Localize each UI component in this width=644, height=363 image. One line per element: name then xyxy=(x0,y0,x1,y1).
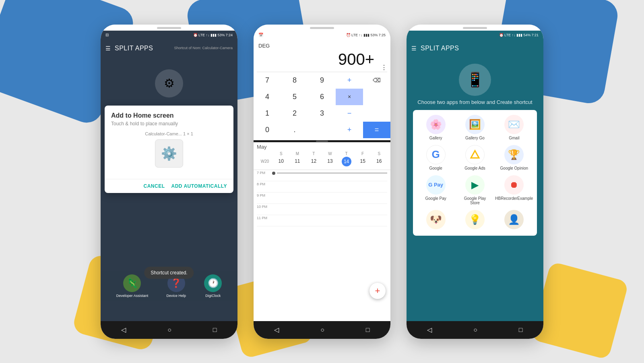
time-slot-11pm: 11 PM xyxy=(257,215,387,226)
calendar-day-t2: T xyxy=(338,151,355,156)
phone3-app-pet[interactable]: 🐶 xyxy=(422,210,450,231)
bulb-icon: 💡 xyxy=(465,210,485,229)
calc-btn-equals[interactable]: = xyxy=(363,122,390,138)
calendar-day-w: W xyxy=(322,151,339,156)
calc-btn-minus[interactable]: − xyxy=(336,105,363,122)
phone2-back-button[interactable]: ◁ xyxy=(268,324,285,335)
phone3-home-button[interactable]: ○ xyxy=(467,325,484,335)
calculator-more-button[interactable]: ⋮ xyxy=(381,64,387,71)
calc-btn-9[interactable]: 9 xyxy=(308,72,336,89)
calc-btn-multiply[interactable]: × xyxy=(336,89,363,105)
phone2-status-icons: ⏰ LTE ↑↓ ▮▮▮ 53% xyxy=(346,33,378,37)
calc-btn-4[interactable]: 4 xyxy=(254,89,281,105)
phone3-back-button[interactable]: ◁ xyxy=(421,324,438,335)
gallery-icon: 🌸 xyxy=(426,115,446,134)
phone3-main: 📱 Choose two apps from below and Create … xyxy=(407,57,543,321)
calc-btn-empty-2 xyxy=(363,105,390,122)
calc-btn-plus-2[interactable]: + xyxy=(336,122,363,138)
phone1-recents-button[interactable]: □ xyxy=(206,325,223,335)
phone1-home-button[interactable]: ○ xyxy=(161,325,178,335)
calendar-add-button[interactable]: + xyxy=(369,283,386,299)
phone1-add-automatically-button[interactable]: ADD AUTOMATICALLY xyxy=(171,183,227,189)
google-pay-icon: G Pay xyxy=(426,175,446,195)
phone1-digiclock-icon: 🕐 xyxy=(204,274,222,292)
phone3-app-bulb[interactable]: 💡 xyxy=(461,210,489,231)
phone3-apps-row-4: 🐶 💡 👤 xyxy=(416,210,534,231)
calendar-today-14[interactable]: 14 xyxy=(342,157,351,166)
phone3-app-person[interactable]: 👤 xyxy=(500,210,528,231)
phone1-speaker xyxy=(157,27,181,29)
calendar-day-11[interactable]: 11 xyxy=(289,157,306,166)
phone2-nav-bar: ◁ ○ □ xyxy=(254,321,390,339)
play-store-icon: ▶ xyxy=(465,175,485,195)
calendar-day-12[interactable]: 12 xyxy=(305,157,322,166)
google-ads-svg xyxy=(469,149,481,160)
phone1-nav-bar: ◁ ○ □ xyxy=(101,321,237,339)
phone2-recents-button[interactable]: □ xyxy=(359,325,376,335)
gallery-go-icon: 🖼️ xyxy=(465,115,485,134)
calc-btn-2[interactable]: 2 xyxy=(281,105,308,122)
resize-handle[interactable] xyxy=(316,141,328,142)
phone2-status-right: ⏰ LTE ↑↓ ▮▮▮ 53% 7:25 xyxy=(346,33,386,37)
svg-marker-0 xyxy=(471,151,479,158)
calendar-month-label: May xyxy=(257,144,267,150)
calc-btn-3[interactable]: 3 xyxy=(308,105,336,122)
calc-btn-6[interactable]: 6 xyxy=(308,89,336,105)
phone1-developer-icon: 🦎 xyxy=(123,274,141,292)
phone1-developer-label: Developer Assistant xyxy=(116,294,149,298)
calendar-day-13[interactable]: 13 xyxy=(322,157,339,166)
phone3-app-gmail[interactable]: ✉️ Gmail xyxy=(500,115,528,140)
phone3-nav-bar: ◁ ○ □ xyxy=(407,321,543,339)
phone-2: 📅 ⏰ LTE ↑↓ ▮▮▮ 53% 7:25 DEG 900+ ⋮ xyxy=(254,25,390,339)
phone1-cancel-button[interactable]: CANCEL xyxy=(144,183,165,189)
calendar-day-16[interactable]: 16 xyxy=(371,157,387,166)
calculator-result: 900+ xyxy=(338,49,374,70)
phone3-shortcut-circle: 📱 xyxy=(459,64,491,96)
calc-btn-backspace[interactable]: ⌫ xyxy=(363,72,390,89)
event-indicator-7pm xyxy=(272,172,387,175)
phone2-inner: 📅 ⏰ LTE ↑↓ ▮▮▮ 53% 7:25 DEG 900+ ⋮ xyxy=(254,31,390,339)
phone-3: ⏰ LTE ↑↓ ▮▮▮ 54% 7:21 ☰ SPLIT APPS 📱 Cho… xyxy=(407,25,543,339)
calendar-day-15[interactable]: 15 xyxy=(355,157,371,166)
phones-wrapper: ⊟ ⏰ LTE ↑↓ ▮▮▮ 53% 7:24 ☰ SPLIT APPS Sho… xyxy=(93,17,551,347)
phone1-status-bar: ⊟ ⏰ LTE ↑↓ ▮▮▮ 53% 7:24 xyxy=(101,31,237,39)
calculator-display: DEG 900+ xyxy=(254,39,390,72)
phone1-app-digiclock[interactable]: 🕐 DigiClock xyxy=(204,274,222,298)
phone1-dialog-title: Add to Home screen xyxy=(111,112,227,119)
phone3-app-google-ads[interactable]: Google Ads xyxy=(461,145,489,170)
calc-btn-1[interactable]: 1 xyxy=(254,105,281,122)
calc-btn-0[interactable]: 0 xyxy=(254,122,281,138)
calendar-day-s2: S xyxy=(371,151,387,156)
time-slot-10pm: 10 PM xyxy=(257,204,387,215)
phone3-app-google-opinion[interactable]: 🏆 Google Opinion xyxy=(500,145,528,170)
calc-btn-empty-3 xyxy=(308,122,336,138)
calendar-week-label: W20 xyxy=(257,157,273,166)
phone3-app-gallery[interactable]: 🌸 Gallery xyxy=(422,115,450,140)
calc-btn-plus-1[interactable]: + xyxy=(336,72,363,89)
google-icon: G xyxy=(426,145,446,164)
phone3-hamburger-icon[interactable]: ☰ xyxy=(411,45,417,52)
phone3-app-google-pay[interactable]: G Pay Google Pay xyxy=(422,175,450,205)
calc-btn-7[interactable]: 7 xyxy=(254,72,281,89)
calc-btn-8[interactable]: 8 xyxy=(281,72,308,89)
phone1-app-developer[interactable]: 🦎 Developer Assistant xyxy=(116,274,149,298)
phone3-app-play-store[interactable]: ▶ Google Play Store xyxy=(461,175,489,205)
phone2-home-button[interactable]: ○ xyxy=(314,325,331,335)
phone3-recents-button[interactable]: □ xyxy=(512,325,529,335)
phone1-dialog-subtitle: Touch & hold to place manually xyxy=(111,121,227,127)
calc-btn-dot[interactable]: . xyxy=(281,122,308,138)
calendar-weekdays: S M T W T F S xyxy=(257,151,387,156)
phone1-back-button[interactable]: ◁ xyxy=(115,324,132,335)
phone3-app-hbrecorder[interactable]: ⏺ HBRecorderExample xyxy=(500,175,528,205)
phone1-hamburger-icon[interactable]: ☰ xyxy=(105,45,111,52)
calendar-time-slots: 7 PM 8 PM 9 PM xyxy=(254,170,390,321)
calendar-day-10[interactable]: 10 xyxy=(273,157,289,166)
gmail-icon: ✉️ xyxy=(504,115,524,134)
phone3-app-google[interactable]: G Google xyxy=(422,145,450,170)
phone1-appbar: ☰ SPLIT APPS Shortcut of Nom: Calculator… xyxy=(101,39,237,57)
calendar-day-14-container[interactable]: 14 xyxy=(338,157,355,166)
phone1-digiclock-label: DigiClock xyxy=(205,294,221,298)
phone3-app-gallery-go[interactable]: 🖼️ Gallery Go xyxy=(461,115,489,140)
time-label-11pm: 11 PM xyxy=(257,215,269,220)
calc-btn-5[interactable]: 5 xyxy=(281,89,308,105)
